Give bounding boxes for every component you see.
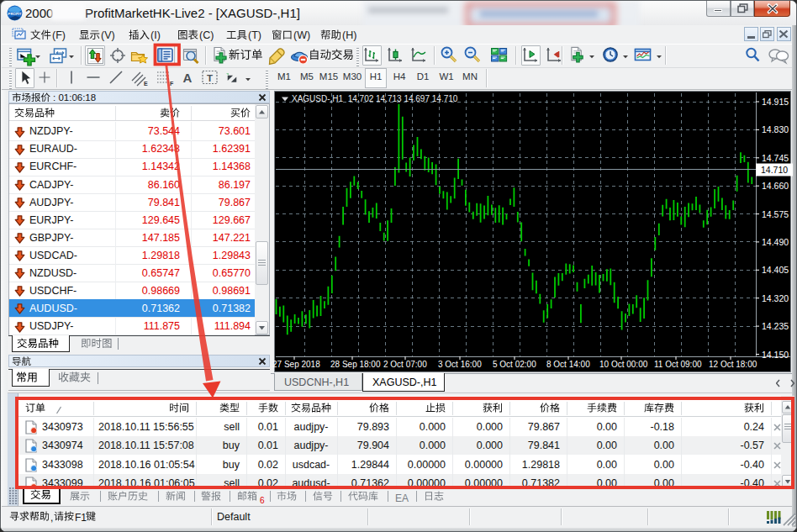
svg-text:14.235: 14.235 — [762, 321, 789, 331]
svg-text:XAGUSD-,H1 14.702 14.713 14.6: XAGUSD-,H1 14.702 14.713 14.697 14.710 — [292, 94, 458, 103]
svg-text:14.490: 14.490 — [762, 237, 789, 247]
svg-text:2 Oct 07:00: 2 Oct 07:00 — [383, 360, 427, 369]
svg-text:14.915: 14.915 — [762, 97, 789, 107]
svg-text:5 Oct 02:00: 5 Oct 02:00 — [493, 360, 536, 369]
svg-text:14.745: 14.745 — [762, 153, 789, 163]
svg-text:14.575: 14.575 — [762, 209, 789, 219]
svg-text:14.150: 14.150 — [762, 350, 789, 360]
svg-text:14.405: 14.405 — [762, 265, 789, 275]
svg-text:14.320: 14.320 — [762, 293, 789, 303]
svg-text:14.660: 14.660 — [762, 181, 789, 191]
svg-text:14.830: 14.830 — [762, 124, 789, 134]
svg-text:11 Oct 09:00: 11 Oct 09:00 — [654, 360, 702, 369]
svg-text:28 Sep 18:00: 28 Sep 18:00 — [330, 360, 381, 369]
svg-text:10 Oct 00:00: 10 Oct 00:00 — [599, 360, 648, 369]
svg-text:3 Oct 16:00: 3 Oct 16:00 — [438, 360, 482, 369]
svg-text:14.710: 14.710 — [761, 165, 788, 175]
svg-text:12 Oct 18:00: 12 Oct 18:00 — [709, 360, 757, 369]
svg-text:27 Sep 2018: 27 Sep 2018 — [272, 360, 320, 369]
svg-text:8 Oct 14:00: 8 Oct 14:00 — [546, 360, 590, 369]
